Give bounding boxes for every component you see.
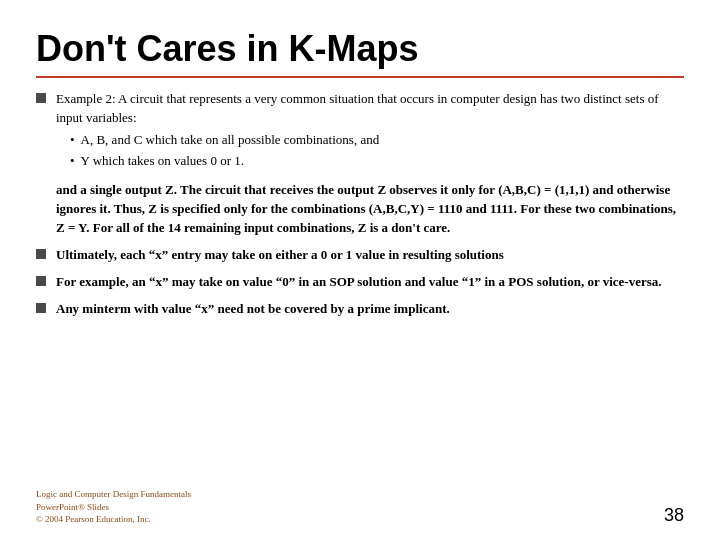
bullet-item-3: For example, an “x” may take on value “0… <box>36 273 684 292</box>
bullet-square-3 <box>36 276 46 286</box>
sub-dot-1a: • <box>70 131 75 150</box>
sub-bullet-1a: • A, B, and C which take on all possible… <box>70 131 684 150</box>
bullet-square-1 <box>36 93 46 103</box>
title-divider <box>36 76 684 78</box>
footer-line1: Logic and Computer Design Fundamentals <box>36 488 191 501</box>
bullet-content-1: Example 2: A circuit that represents a v… <box>56 90 684 173</box>
slide-footer: Logic and Computer Design Fundamentals P… <box>36 488 684 526</box>
bullet-item-2: Ultimately, each “x” entry may take on e… <box>36 246 684 265</box>
footer-line2: PowerPoint® Slides <box>36 501 191 514</box>
content-area: Example 2: A circuit that represents a v… <box>36 90 684 318</box>
bullet-square-2 <box>36 249 46 259</box>
continuation-paragraph: and a single output Z. The circuit that … <box>56 181 684 238</box>
sub-bullet-1b: • Y which takes on values 0 or 1. <box>70 152 684 171</box>
sub-dot-1b: • <box>70 152 75 171</box>
bullet-item-4: Any minterm with value “x” need not be c… <box>36 300 684 319</box>
slide: Don't Cares in K-Maps Example 2: A circu… <box>0 0 720 540</box>
bullet-content-3: For example, an “x” may take on value “0… <box>56 273 684 292</box>
bullet4-text: Any minterm with value “x” need not be c… <box>56 301 450 316</box>
bullet-item-1: Example 2: A circuit that represents a v… <box>36 90 684 173</box>
sub-bullets-1: • A, B, and C which take on all possible… <box>70 131 684 171</box>
page-number: 38 <box>664 505 684 526</box>
bullet3-text: For example, an “x” may take on value “0… <box>56 274 662 289</box>
bullet-content-2: Ultimately, each “x” entry may take on e… <box>56 246 684 265</box>
bullet-content-4: Any minterm with value “x” need not be c… <box>56 300 684 319</box>
footer-line3: © 2004 Pearson Education, Inc. <box>36 513 191 526</box>
slide-title: Don't Cares in K-Maps <box>36 28 684 70</box>
bullet-square-4 <box>36 303 46 313</box>
bullet1-intro-text: Example 2: A circuit that represents a v… <box>56 91 659 125</box>
sub-bullet-1a-text: A, B, and C which take on all possible c… <box>81 131 380 150</box>
bullet2-text: Ultimately, each “x” entry may take on e… <box>56 247 504 262</box>
footer-left: Logic and Computer Design Fundamentals P… <box>36 488 191 526</box>
sub-bullet-1b-text: Y which takes on values 0 or 1. <box>81 152 244 171</box>
